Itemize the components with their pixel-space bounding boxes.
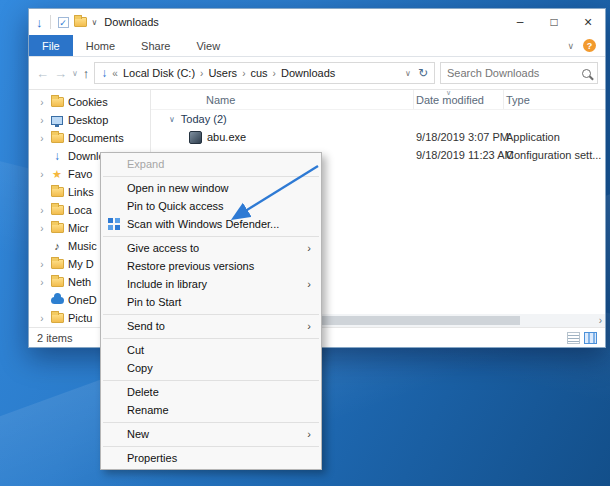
file-type-cell: Configuration sett... bbox=[504, 149, 605, 161]
breadcrumb-segment[interactable]: cus bbox=[250, 67, 267, 79]
windows-defender-icon bbox=[108, 218, 120, 230]
maximize-button[interactable]: □ bbox=[537, 9, 571, 35]
context-menu: Expand Open in new window Pin to Quick a… bbox=[100, 152, 322, 470]
menu-item-scan-with-windows-defender[interactable]: Scan with Windows Defender... bbox=[101, 215, 321, 233]
expand-chevron-icon[interactable]: › bbox=[38, 259, 46, 270]
expand-chevron-icon[interactable]: › bbox=[38, 133, 46, 144]
column-header-type[interactable]: Type bbox=[504, 90, 605, 109]
desktop-icon bbox=[50, 116, 64, 125]
links-icon bbox=[50, 187, 64, 197]
file-name-cell[interactable]: abu.exe bbox=[151, 131, 414, 144]
file-row[interactable]: abu.exe 9/18/2019 3:07 PM Application bbox=[151, 128, 605, 146]
ribbon-tabs: File Home Share View ∨ ? bbox=[29, 35, 605, 57]
minimize-button[interactable]: – bbox=[503, 9, 537, 35]
menu-item-pin-to-quick-access[interactable]: Pin to Quick access bbox=[101, 197, 321, 215]
forward-button[interactable]: → bbox=[54, 67, 67, 80]
menu-item-new[interactable]: New › bbox=[101, 425, 321, 443]
breadcrumb-separator-icon: › bbox=[273, 68, 276, 79]
file-name: abu.exe bbox=[207, 131, 246, 143]
exe-file-icon bbox=[189, 131, 202, 144]
breadcrumb-separator-icon: › bbox=[242, 68, 245, 79]
breadcrumb-segment[interactable]: Downloads bbox=[281, 67, 335, 79]
recent-locations-dropdown-icon[interactable]: ∨ bbox=[72, 69, 78, 78]
properties-icon[interactable]: ✓ bbox=[58, 17, 69, 28]
group-label: Today (2) bbox=[181, 113, 227, 125]
breadcrumb-separator-icon: › bbox=[200, 68, 203, 79]
breadcrumb-segment[interactable]: Local Disk (C:) bbox=[123, 67, 195, 79]
menu-separator bbox=[103, 176, 319, 177]
sidebar-item-label: Links bbox=[68, 186, 94, 198]
favorites-star-icon: ★ bbox=[50, 168, 64, 181]
onedrive-cloud-icon bbox=[50, 297, 64, 304]
menu-item-give-access-to[interactable]: Give access to › bbox=[101, 239, 321, 257]
menu-item-properties[interactable]: Properties bbox=[101, 449, 321, 467]
refresh-icon[interactable]: ↻ bbox=[418, 66, 428, 80]
sidebar-item-cookies[interactable]: › Cookies bbox=[29, 93, 150, 111]
sidebar-item-documents[interactable]: › Documents bbox=[29, 129, 150, 147]
quick-access-toolbar: ↓ ✓ ∨ bbox=[36, 15, 97, 29]
menu-item-pin-to-start[interactable]: Pin to Start bbox=[101, 293, 321, 311]
column-header-date-modified[interactable]: ∨ Date modified bbox=[414, 90, 504, 109]
tab-file[interactable]: File bbox=[29, 35, 73, 56]
up-button[interactable]: ↑ bbox=[83, 67, 90, 80]
expand-chevron-icon[interactable]: › bbox=[38, 97, 46, 108]
sidebar-item-label: My D bbox=[68, 258, 94, 270]
search-box[interactable] bbox=[440, 62, 598, 84]
expand-chevron-icon[interactable]: › bbox=[38, 277, 46, 288]
menu-separator bbox=[103, 236, 319, 237]
folder-icon bbox=[50, 205, 64, 215]
sidebar-item-label: Music bbox=[68, 240, 97, 252]
expand-chevron-icon[interactable]: › bbox=[38, 115, 46, 126]
search-icon[interactable] bbox=[582, 69, 591, 78]
details-view-icon[interactable] bbox=[567, 332, 580, 344]
close-button[interactable]: × bbox=[571, 9, 605, 35]
expand-chevron-icon[interactable]: › bbox=[38, 223, 46, 234]
folder-icon bbox=[50, 277, 64, 287]
view-toggle-icons bbox=[567, 332, 597, 344]
menu-separator bbox=[103, 380, 319, 381]
help-icon[interactable]: ? bbox=[583, 39, 596, 52]
ribbon-right-controls: ∨ ? bbox=[567, 35, 605, 56]
search-input[interactable] bbox=[447, 67, 578, 79]
scrollbar-right-arrow-icon[interactable]: › bbox=[599, 315, 605, 326]
sidebar-item-desktop[interactable]: › Desktop bbox=[29, 111, 150, 129]
collapse-ribbon-icon[interactable]: ∨ bbox=[567, 41, 574, 51]
menu-item-include-in-library[interactable]: Include in library › bbox=[101, 275, 321, 293]
tab-share[interactable]: Share bbox=[128, 35, 183, 56]
menu-item-delete[interactable]: Delete bbox=[101, 383, 321, 401]
tab-home[interactable]: Home bbox=[73, 35, 128, 56]
back-button[interactable]: ← bbox=[36, 67, 49, 80]
folder-icon bbox=[50, 259, 64, 269]
address-dropdown-icon[interactable]: ∨ bbox=[405, 69, 411, 78]
window-controls: – □ × bbox=[503, 9, 605, 35]
address-location-icon: ↓ bbox=[101, 66, 107, 80]
menu-separator bbox=[103, 338, 319, 339]
customize-toolbar-dropdown-icon[interactable]: ∨ bbox=[92, 18, 98, 27]
group-collapse-icon[interactable]: ∨ bbox=[169, 115, 175, 124]
menu-item-cut[interactable]: Cut bbox=[101, 341, 321, 359]
menu-item-rename[interactable]: Rename bbox=[101, 401, 321, 419]
sidebar-item-label: Pictu bbox=[68, 312, 92, 324]
expand-chevron-icon[interactable]: › bbox=[38, 313, 46, 324]
menu-item-restore-previous-versions[interactable]: Restore previous versions bbox=[101, 257, 321, 275]
sidebar-item-label: Micr bbox=[68, 222, 89, 234]
submenu-arrow-icon: › bbox=[307, 278, 311, 290]
menu-item-copy[interactable]: Copy bbox=[101, 359, 321, 377]
expand-chevron-icon[interactable]: › bbox=[38, 169, 46, 180]
large-icons-view-icon[interactable] bbox=[584, 332, 597, 344]
submenu-arrow-icon: › bbox=[307, 242, 311, 254]
column-header-name[interactable]: Name bbox=[151, 90, 414, 109]
new-folder-icon[interactable] bbox=[74, 17, 87, 27]
expand-chevron-icon[interactable]: › bbox=[38, 205, 46, 216]
breadcrumb-segment[interactable]: Users bbox=[208, 67, 237, 79]
menu-separator bbox=[103, 446, 319, 447]
address-bar[interactable]: ↓ « Local Disk (C:) › Users › cus › Down… bbox=[94, 62, 435, 84]
tab-view[interactable]: View bbox=[183, 35, 233, 56]
menu-item-send-to[interactable]: Send to › bbox=[101, 317, 321, 335]
file-type-cell: Application bbox=[504, 131, 605, 143]
group-header-today[interactable]: ∨ Today (2) bbox=[151, 110, 605, 128]
menu-item-open-in-new-window[interactable]: Open in new window bbox=[101, 179, 321, 197]
menu-item-expand: Expand bbox=[101, 155, 321, 173]
sidebar-item-label: Loca bbox=[68, 204, 92, 216]
breadcrumb-prefix: « bbox=[112, 68, 118, 79]
